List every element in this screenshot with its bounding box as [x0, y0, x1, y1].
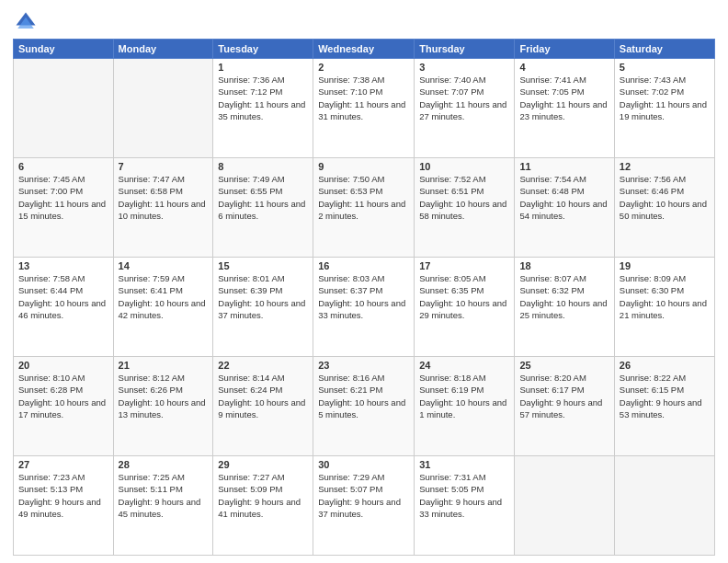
sunrise-text: Sunrise: 8:12 AM: [119, 373, 185, 383]
day-info: Sunrise: 7:45 AMSunset: 7:00 PMDaylight:…: [18, 173, 108, 222]
week-row-1: 1Sunrise: 7:36 AMSunset: 7:12 PMDaylight…: [14, 59, 715, 158]
day-number: 10: [419, 161, 509, 172]
daylight-text: Daylight: 11 hours and 27 minutes.: [419, 99, 506, 121]
calendar-cell: 6Sunrise: 7:45 AMSunset: 7:00 PMDaylight…: [14, 158, 114, 258]
day-info: Sunrise: 7:49 AMSunset: 6:55 PMDaylight:…: [218, 173, 308, 222]
sunrise-text: Sunrise: 8:18 AM: [419, 373, 485, 383]
day-info: Sunrise: 7:40 AMSunset: 7:07 PMDaylight:…: [419, 74, 509, 122]
calendar-cell: 28Sunrise: 7:25 AMSunset: 5:11 PMDayligh…: [113, 456, 213, 556]
logo-icon: [13, 9, 39, 35]
calendar-cell: 13Sunrise: 7:58 AMSunset: 6:44 PMDayligh…: [14, 258, 114, 357]
calendar-cell: [515, 456, 614, 556]
sunset-text: Sunset: 7:02 PM: [620, 86, 684, 97]
calendar-cell: [614, 456, 714, 556]
sunrise-text: Sunrise: 8:20 AM: [519, 373, 586, 383]
sunrise-text: Sunrise: 7:31 AM: [419, 472, 485, 482]
day-number: 14: [119, 260, 209, 271]
calendar-cell: 31Sunrise: 7:31 AMSunset: 5:05 PMDayligh…: [415, 456, 515, 556]
calendar-cell: 17Sunrise: 8:05 AMSunset: 6:35 PMDayligh…: [415, 258, 515, 357]
sunset-text: Sunset: 6:44 PM: [18, 285, 83, 295]
calendar-cell: 14Sunrise: 7:59 AMSunset: 6:41 PMDayligh…: [113, 258, 213, 357]
daylight-text: Daylight: 10 hours and 17 minutes.: [18, 397, 106, 419]
header-cell-monday: Monday: [113, 40, 213, 59]
sunrise-text: Sunrise: 7:54 AM: [519, 174, 586, 184]
daylight-text: Daylight: 11 hours and 31 minutes.: [318, 99, 405, 121]
daylight-text: Daylight: 11 hours and 19 minutes.: [620, 99, 707, 121]
calendar-cell: [14, 59, 114, 158]
sunrise-text: Sunrise: 8:22 AM: [620, 373, 686, 383]
day-number: 21: [119, 360, 209, 371]
daylight-text: Daylight: 11 hours and 6 minutes.: [218, 199, 305, 221]
header-cell-tuesday: Tuesday: [213, 40, 313, 59]
daylight-text: Daylight: 10 hours and 58 minutes.: [419, 199, 506, 221]
day-info: Sunrise: 8:01 AMSunset: 6:39 PMDaylight:…: [218, 272, 308, 321]
daylight-text: Daylight: 10 hours and 37 minutes.: [218, 298, 305, 320]
sunrise-text: Sunrise: 7:23 AM: [18, 472, 85, 482]
day-number: 11: [519, 161, 609, 172]
day-info: Sunrise: 7:54 AMSunset: 6:48 PMDaylight:…: [519, 173, 609, 222]
header-cell-friday: Friday: [515, 40, 614, 59]
week-row-4: 20Sunrise: 8:10 AMSunset: 6:28 PMDayligh…: [14, 357, 715, 456]
sunset-text: Sunset: 6:24 PM: [218, 385, 282, 395]
sunrise-text: Sunrise: 7:27 AM: [218, 472, 284, 482]
day-info: Sunrise: 8:18 AMSunset: 6:19 PMDaylight:…: [419, 372, 509, 420]
daylight-text: Daylight: 10 hours and 54 minutes.: [519, 199, 607, 221]
day-number: 3: [419, 62, 509, 73]
sunset-text: Sunset: 5:11 PM: [119, 484, 183, 494]
day-info: Sunrise: 8:14 AMSunset: 6:24 PMDaylight:…: [218, 372, 308, 420]
daylight-text: Daylight: 11 hours and 23 minutes.: [519, 99, 607, 121]
sunset-text: Sunset: 6:15 PM: [620, 385, 684, 395]
sunset-text: Sunset: 6:39 PM: [218, 285, 282, 295]
calendar-cell: 18Sunrise: 8:07 AMSunset: 6:32 PMDayligh…: [515, 258, 614, 357]
daylight-text: Daylight: 11 hours and 35 minutes.: [218, 99, 305, 121]
calendar-cell: 3Sunrise: 7:40 AMSunset: 7:07 PMDaylight…: [415, 59, 515, 158]
day-number: 17: [419, 260, 509, 271]
sunrise-text: Sunrise: 8:10 AM: [18, 373, 85, 383]
calendar-cell: 5Sunrise: 7:43 AMSunset: 7:02 PMDaylight…: [614, 59, 714, 158]
header-cell-wednesday: Wednesday: [313, 40, 415, 59]
sunset-text: Sunset: 7:00 PM: [18, 186, 83, 196]
sunset-text: Sunset: 6:30 PM: [620, 285, 684, 295]
day-number: 6: [18, 161, 108, 172]
daylight-text: Daylight: 10 hours and 9 minutes.: [218, 397, 305, 419]
daylight-text: Daylight: 9 hours and 33 minutes.: [419, 497, 502, 519]
day-info: Sunrise: 8:03 AMSunset: 6:37 PMDaylight:…: [318, 272, 409, 321]
day-number: 29: [218, 459, 308, 470]
calendar-cell: 21Sunrise: 8:12 AMSunset: 6:26 PMDayligh…: [113, 357, 213, 456]
day-number: 8: [218, 161, 308, 172]
calendar-cell: 10Sunrise: 7:52 AMSunset: 6:51 PMDayligh…: [415, 158, 515, 258]
daylight-text: Daylight: 10 hours and 33 minutes.: [318, 298, 405, 320]
sunset-text: Sunset: 7:10 PM: [318, 86, 382, 97]
daylight-text: Daylight: 10 hours and 5 minutes.: [318, 397, 405, 419]
calendar-cell: 23Sunrise: 8:16 AMSunset: 6:21 PMDayligh…: [313, 357, 415, 456]
header-cell-sunday: Sunday: [14, 40, 114, 59]
day-number: 20: [18, 360, 108, 371]
sunrise-text: Sunrise: 8:09 AM: [620, 273, 686, 283]
day-info: Sunrise: 7:43 AMSunset: 7:02 PMDaylight:…: [620, 74, 710, 122]
header: [13, 9, 715, 35]
sunset-text: Sunset: 6:32 PM: [519, 285, 584, 295]
daylight-text: Daylight: 9 hours and 41 minutes.: [218, 497, 301, 519]
week-row-3: 13Sunrise: 7:58 AMSunset: 6:44 PMDayligh…: [14, 258, 715, 357]
sunrise-text: Sunrise: 7:56 AM: [620, 174, 686, 184]
day-number: 2: [318, 62, 409, 73]
sunrise-text: Sunrise: 8:07 AM: [519, 273, 586, 283]
day-info: Sunrise: 8:09 AMSunset: 6:30 PMDaylight:…: [620, 272, 710, 321]
daylight-text: Daylight: 9 hours and 57 minutes.: [519, 397, 602, 419]
day-info: Sunrise: 7:52 AMSunset: 6:51 PMDaylight:…: [419, 173, 509, 222]
calendar-table: SundayMondayTuesdayWednesdayThursdayFrid…: [13, 39, 715, 556]
day-info: Sunrise: 7:38 AMSunset: 7:10 PMDaylight:…: [318, 74, 409, 122]
calendar-cell: 22Sunrise: 8:14 AMSunset: 6:24 PMDayligh…: [213, 357, 313, 456]
calendar-cell: 4Sunrise: 7:41 AMSunset: 7:05 PMDaylight…: [515, 59, 614, 158]
daylight-text: Daylight: 10 hours and 46 minutes.: [18, 298, 106, 320]
calendar-cell: 29Sunrise: 7:27 AMSunset: 5:09 PMDayligh…: [213, 456, 313, 556]
day-number: 15: [218, 260, 308, 271]
sunrise-text: Sunrise: 7:52 AM: [419, 174, 485, 184]
calendar-cell: 15Sunrise: 8:01 AMSunset: 6:39 PMDayligh…: [213, 258, 313, 357]
day-info: Sunrise: 8:10 AMSunset: 6:28 PMDaylight:…: [18, 372, 108, 420]
sunset-text: Sunset: 6:48 PM: [519, 186, 584, 196]
sunrise-text: Sunrise: 7:41 AM: [519, 75, 586, 85]
daylight-text: Daylight: 11 hours and 2 minutes.: [318, 199, 405, 221]
calendar-cell: 26Sunrise: 8:22 AMSunset: 6:15 PMDayligh…: [614, 357, 714, 456]
sunset-text: Sunset: 7:05 PM: [519, 86, 584, 97]
